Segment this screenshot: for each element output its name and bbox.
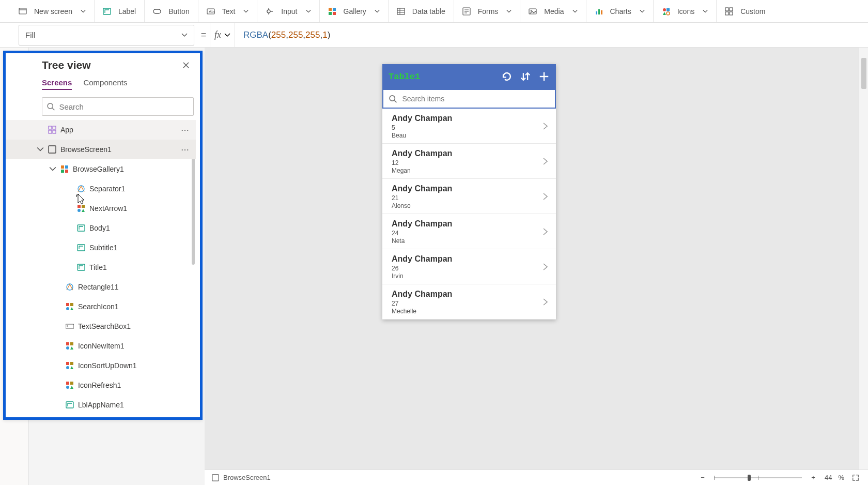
tree-item-app[interactable]: App⋯: [6, 120, 196, 140]
tree-item-label: BrowseGallery1: [73, 165, 192, 173]
fit-to-screen-button[interactable]: [850, 473, 861, 483]
tree-view-close[interactable]: [179, 58, 193, 72]
ribbon-label: Forms: [478, 7, 499, 16]
tree-item-body1[interactable]: Body1: [6, 218, 196, 238]
tree-item-nextarrow1[interactable]: NextArrow1: [6, 199, 196, 218]
grid-icon: [48, 126, 56, 134]
canvas-scrollbar-v[interactable]: [859, 48, 868, 469]
list-item[interactable]: Andy Champan27Mechelle: [382, 284, 556, 320]
tree-item-label: App: [60, 126, 178, 134]
ribbon-charts-ctrl[interactable]: Charts: [586, 0, 654, 22]
tree-item-label: TextSearchBox1: [78, 322, 192, 330]
chevron-down-icon: [640, 9, 645, 14]
iconctl-icon: [66, 381, 74, 389]
chevron-down-icon: [703, 9, 708, 14]
sort-icon[interactable]: [520, 71, 531, 82]
ribbon-media-ctrl[interactable]: Media: [520, 0, 586, 22]
more-button[interactable]: ⋯: [178, 125, 192, 135]
item-subtitle: Mechelle: [392, 308, 549, 315]
plus-icon[interactable]: [538, 71, 550, 82]
list-item[interactable]: Andy Champan5Beau: [382, 109, 556, 144]
list-item[interactable]: Andy Champan12Megan: [382, 144, 556, 179]
search-icon: [47, 102, 55, 111]
ribbon-text-ctrl[interactable]: Text: [198, 0, 258, 22]
tree-item-iconsortupdown1[interactable]: IconSortUpDown1: [6, 356, 196, 375]
tree-search[interactable]: [42, 97, 194, 116]
shape-icon: [77, 185, 85, 193]
item-number: 27: [392, 300, 549, 307]
labelctl-icon: [77, 224, 85, 232]
chevron-right-icon[interactable]: [542, 263, 550, 270]
input-icon: [266, 7, 274, 16]
ribbon-label-ctrl[interactable]: Label: [95, 0, 145, 22]
tree-item-separator1[interactable]: Separator1: [6, 179, 196, 199]
list-item[interactable]: Andy Champan26Irvin: [382, 249, 556, 284]
tree-item-label: Subtitle1: [89, 244, 192, 252]
tab-components[interactable]: Components: [83, 78, 127, 90]
item-subtitle: Neta: [392, 237, 549, 245]
tree-item-subtitle1[interactable]: Subtitle1: [6, 238, 196, 257]
search-box[interactable]: [382, 89, 556, 109]
chevron-down-icon: [81, 9, 86, 14]
tree-list: App⋯BrowseScreen1⋯BrowseGallery1Separato…: [6, 120, 196, 417]
item-title: Andy Champan: [392, 254, 549, 264]
ribbon-gallery-ctrl[interactable]: Gallery: [320, 0, 389, 22]
chevron-down-icon: [506, 9, 512, 14]
chevron-right-icon[interactable]: [542, 298, 550, 306]
custom-icon: [725, 7, 733, 16]
chevron-right-icon[interactable]: [542, 158, 550, 165]
tab-screens[interactable]: Screens: [42, 78, 72, 90]
ribbon-datatable-ctrl[interactable]: Data table: [389, 0, 454, 22]
labelctl-icon: [77, 244, 85, 252]
button-icon: [153, 7, 161, 16]
chevron-right-icon[interactable]: [542, 123, 550, 130]
chevron-right-icon[interactable]: [542, 193, 550, 200]
iconctl-icon: [66, 342, 74, 350]
status-bar: BrowseScreen1 − + 44 %: [205, 469, 868, 485]
tree-item-browsegallery1[interactable]: BrowseGallery1: [6, 159, 196, 179]
chevron-down-icon: [306, 9, 311, 14]
formula-func: RGBA: [243, 30, 268, 40]
list-item[interactable]: Andy Champan24Neta: [382, 214, 556, 249]
tree-item-rectangle11[interactable]: Rectangle11: [6, 277, 196, 297]
formula-bar[interactable]: RGBA(255, 255, 255, 1): [235, 23, 868, 47]
tree-item-title1[interactable]: Title1: [6, 257, 196, 277]
ribbon-custom-ctrl[interactable]: Custom: [717, 0, 773, 22]
phone-preview[interactable]: Table1 Andy Champan5BeauAndy Champan12Me…: [382, 64, 556, 320]
zoom-in-button[interactable]: +: [808, 473, 818, 483]
gallery-list: Andy Champan5BeauAndy Champan12MeganAndy…: [382, 109, 556, 320]
zoom-out-button[interactable]: −: [698, 473, 708, 483]
iconctl-icon: [66, 302, 74, 311]
gallery-icon: [60, 165, 69, 173]
tree-item-lblappname1[interactable]: LblAppName1: [6, 395, 196, 415]
ribbon-button-ctrl[interactable]: Button: [144, 0, 198, 22]
tree-item-iconrefresh1[interactable]: IconRefresh1: [6, 375, 196, 395]
zoom-slider[interactable]: [714, 477, 802, 478]
tree-item-textsearchbox1[interactable]: TextSearchBox1: [6, 316, 196, 336]
canvas-area[interactable]: Table1 Andy Champan5BeauAndy Champan12Me…: [205, 48, 868, 469]
ribbon-new-screen[interactable]: New screen: [4, 0, 95, 22]
ribbon-forms-ctrl[interactable]: Forms: [454, 0, 521, 22]
property-selector[interactable]: Fill: [19, 25, 194, 46]
tree-item-searchicon1[interactable]: SearchIcon1: [6, 297, 196, 316]
tree-item-iconnewitem1[interactable]: IconNewItem1: [6, 336, 196, 356]
chevron-down-icon: [224, 32, 230, 38]
ribbon-label: Icons: [677, 7, 694, 16]
ribbon-icons-ctrl[interactable]: Icons: [654, 0, 717, 22]
more-button[interactable]: ⋯: [178, 145, 192, 155]
tree-item-label: SearchIcon1: [78, 302, 192, 311]
ribbon-input-ctrl[interactable]: Input: [257, 0, 319, 22]
chevron-right-icon[interactable]: [542, 228, 550, 235]
datatable-icon: [397, 7, 405, 16]
chevron-down-icon: [375, 9, 380, 14]
chevron-down-icon[interactable]: [49, 165, 56, 173]
tree-item-label: Rectangle11: [78, 283, 192, 291]
chevron-down-icon[interactable]: [37, 146, 44, 153]
tree-item-browsescreen1[interactable]: BrowseScreen1⋯: [6, 140, 196, 159]
icons-icon: [662, 7, 670, 16]
fx-button[interactable]: fx: [210, 23, 235, 47]
search-input[interactable]: [402, 95, 550, 103]
tree-search-input[interactable]: [59, 102, 189, 111]
list-item[interactable]: Andy Champan21Alonso: [382, 179, 556, 214]
refresh-icon[interactable]: [501, 71, 513, 82]
